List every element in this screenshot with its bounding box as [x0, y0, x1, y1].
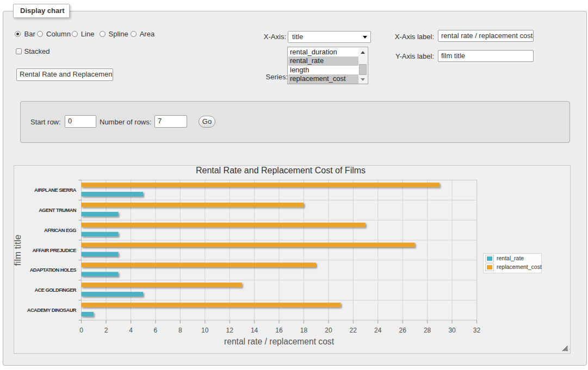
svg-text:28: 28	[424, 327, 431, 334]
svg-text:ADAPTATION HOLES: ADAPTATION HOLES	[30, 267, 77, 273]
svg-text:26: 26	[399, 327, 407, 334]
svg-text:AFRICAN EGG: AFRICAN EGG	[44, 228, 76, 233]
svg-text:16: 16	[275, 327, 283, 334]
svg-text:AFFAIR PREJUDICE: AFFAIR PREJUDICE	[32, 248, 76, 253]
svg-text:10: 10	[201, 327, 209, 334]
svg-text:4: 4	[129, 327, 133, 334]
svg-text:6: 6	[154, 327, 158, 334]
svg-text:rental_rate: rental_rate	[497, 255, 524, 261]
svg-text:14: 14	[251, 327, 258, 334]
svg-text:ACADEMY DINOSAUR: ACADEMY DINOSAUR	[27, 308, 77, 313]
svg-text:8: 8	[178, 327, 182, 334]
svg-text:0: 0	[79, 327, 83, 334]
svg-text:ACE GOLDFINGER: ACE GOLDFINGER	[35, 287, 77, 293]
svg-text:12: 12	[226, 327, 234, 334]
svg-text:24: 24	[374, 327, 382, 334]
svg-text:18: 18	[300, 327, 308, 334]
svg-text:AIRPLANE SIERRA: AIRPLANE SIERRA	[34, 187, 77, 193]
svg-text:22: 22	[350, 327, 357, 334]
svg-text:replacement_cost: replacement_cost	[497, 264, 542, 270]
svg-text:AGENT TRUMAN: AGENT TRUMAN	[39, 208, 77, 213]
svg-text:32: 32	[473, 327, 481, 334]
svg-text:30: 30	[448, 327, 456, 334]
svg-text:Rental Rate and Replacement Co: Rental Rate and Replacement Cost of Film…	[196, 166, 366, 175]
svg-text:rental rate / replacement cost: rental rate / replacement cost	[224, 337, 335, 346]
svg-text:20: 20	[325, 327, 332, 334]
svg-text:2: 2	[104, 327, 108, 334]
